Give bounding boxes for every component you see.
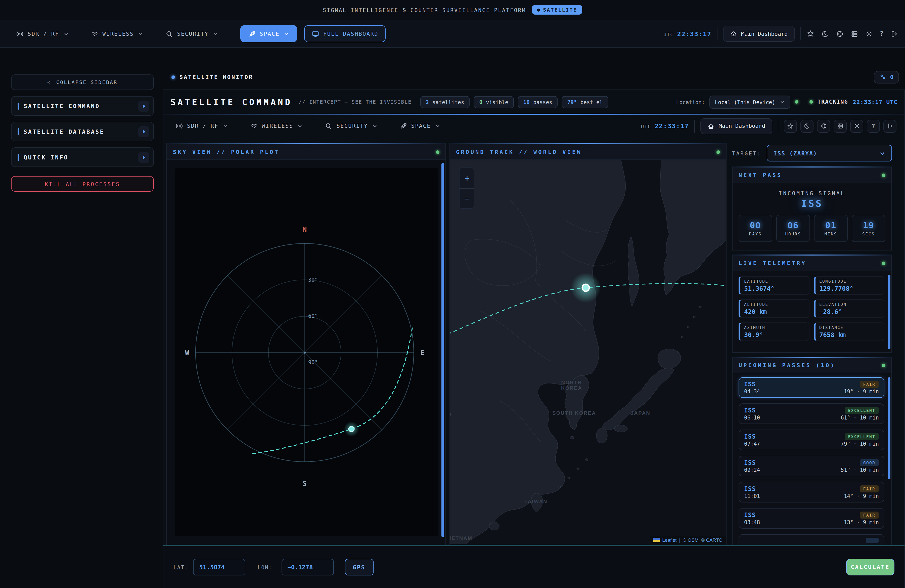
gps-button[interactable]: GPS	[345, 559, 373, 575]
utc-clock: UTC 22:33:17	[664, 30, 711, 38]
divider	[800, 27, 801, 40]
expand-button[interactable]	[138, 126, 149, 137]
pass-trajectory	[252, 328, 412, 454]
scrollbar-thumb[interactable]	[888, 275, 891, 349]
sidebar-item-satellite-command[interactable]: SATELLITE COMMAND	[11, 96, 154, 116]
subnav-item-space[interactable]: SPACE	[400, 122, 440, 130]
nav-item-space[interactable]: SPACE	[240, 25, 297, 42]
nav-item-wireless[interactable]: WIRELESS	[91, 30, 143, 38]
observer-bar: LAT: LON: GPS CALCULATE	[164, 545, 905, 588]
pass-item[interactable]: ISSFAIR 11:0114° · 9 min	[738, 482, 884, 502]
server-icon[interactable]	[834, 119, 847, 132]
triangle-right-icon	[143, 104, 145, 108]
collapse-sidebar-button[interactable]: < COLLAPSE SIDEBAR	[11, 75, 154, 90]
gear-icon[interactable]	[850, 119, 863, 132]
scrollbar-thumb[interactable]	[441, 163, 444, 537]
map-label-vietnam: VIETNAM	[450, 536, 472, 541]
monitor-row: SATELLITE MONITOR 0	[163, 64, 905, 89]
help-icon[interactable]: ?	[880, 30, 883, 37]
calculate-button[interactable]: CALCULATE	[846, 559, 894, 575]
server-icon[interactable]	[851, 30, 858, 38]
ukraine-flag-icon	[653, 538, 660, 542]
command-header: SATELLITE COMMAND // INTERCEPT – SEE THE…	[164, 90, 905, 114]
elevation-60: 60°	[308, 313, 318, 319]
lon-input[interactable]	[281, 559, 333, 575]
main-dashboard-button[interactable]: Main Dashboard	[701, 118, 772, 134]
divider	[778, 119, 778, 132]
expand-button[interactable]	[138, 152, 149, 163]
sidebar: < COLLAPSE SIDEBAR SATELLITE COMMAND SAT…	[0, 48, 163, 588]
nav-item-sdr-rf[interactable]: SDR / RF	[16, 30, 68, 38]
pass-item[interactable]: ISSEXCELLENT 06:1061° · 10 min	[738, 404, 884, 424]
full-dashboard-button[interactable]: FULL DASHBOARD	[304, 25, 386, 42]
gear-icon[interactable]	[865, 30, 873, 38]
logout-icon[interactable]	[883, 119, 897, 132]
visible-count-badge: 0visible	[474, 96, 514, 108]
sky-view-panel: SKY VIEW // POLAR PLOT	[167, 143, 446, 545]
nav-icon-row: ?	[807, 30, 898, 38]
globe-icon[interactable]	[836, 30, 844, 38]
zoom-out-button[interactable]: −	[460, 188, 474, 208]
ground-track-header: GROUND TRACK // WORLD VIEW	[450, 145, 726, 160]
pass-item[interactable]: ISSGOOD 09:2451° · 10 min	[738, 456, 884, 476]
countdown-days: 00DAYS	[738, 215, 772, 242]
star-icon[interactable]	[807, 30, 814, 38]
star-icon[interactable]	[784, 119, 797, 132]
pass-item[interactable]: ISSFAIR 03:4813° · 9 min	[738, 508, 884, 529]
expand-button[interactable]	[138, 100, 149, 111]
quality-badge: EXCELLENT	[845, 433, 879, 440]
chevron-down-icon	[372, 123, 378, 129]
telemetry-latitude: LATITUDE51.3674°	[738, 276, 809, 295]
countdown-mins: 01MINS	[814, 215, 848, 242]
top-bar: SIGNAL INTELLIGENCE & COUNTER SURVEILLAN…	[0, 0, 905, 20]
globe-icon[interactable]	[817, 119, 830, 132]
zoom-in-button[interactable]: +	[460, 168, 474, 188]
satellite-command-panel: SATELLITE COMMAND // INTERCEPT – SEE THE…	[163, 89, 905, 588]
chevron-down-icon	[780, 99, 785, 104]
pass-item[interactable]: ISSFAIR 04:3419° · 9 min	[738, 377, 884, 398]
subnav-icon-row: ?	[784, 119, 897, 132]
lat-input[interactable]	[193, 559, 246, 575]
subnav-item-wireless[interactable]: WIRELESS	[250, 122, 303, 130]
osm-link[interactable]: © OSM	[683, 537, 699, 543]
home-icon	[730, 30, 737, 37]
pass-item-clipped[interactable]	[738, 534, 884, 545]
search-icon	[325, 122, 332, 130]
location-select[interactable]: Local (This Device)	[710, 95, 791, 108]
quality-badge	[866, 538, 879, 543]
rocket-icon	[248, 30, 256, 38]
logout-icon[interactable]	[891, 30, 898, 38]
next-pass-panel: NEXT PASS INCOMING SIGNAL ISS 00DAYS 06H…	[732, 167, 892, 251]
kill-all-processes-button[interactable]: KILL ALL PROCESSES	[11, 176, 154, 192]
sidebar-item-quick-info[interactable]: QUICK INFO	[11, 147, 154, 167]
main-dashboard-button[interactable]: Main Dashboard	[723, 25, 795, 42]
nav-item-security[interactable]: SECURITY	[165, 30, 218, 38]
passes-count-badge: 10passes	[518, 96, 558, 108]
satellite-marker	[582, 284, 589, 291]
leaflet-link[interactable]: Leaflet	[662, 537, 676, 543]
telemetry-altitude: ALTITUDE420 km	[738, 299, 809, 318]
elevation-90: 90°	[308, 359, 318, 366]
satellite-link-badge[interactable]: 0	[874, 71, 899, 83]
map-label-north-korea: NORTH KOREA	[561, 380, 582, 391]
pass-item[interactable]: ISSEXCELLENT 07:4779° · 10 min	[738, 429, 884, 450]
platform-title: SIGNAL INTELLIGENCE & COUNTER SURVEILLAN…	[323, 7, 526, 13]
chevron-down-icon	[63, 31, 68, 37]
accent-bar	[17, 128, 19, 135]
status-dot	[882, 364, 885, 367]
subnav-item-security[interactable]: SECURITY	[325, 122, 377, 130]
help-icon[interactable]: ?	[867, 119, 880, 132]
moon-icon[interactable]	[822, 30, 829, 38]
telemetry-header: LIVE TELEMETRY	[732, 256, 891, 271]
scrollbar-thumb[interactable]	[888, 377, 891, 479]
sidebar-item-satellite-database[interactable]: SATELLITE DATABASE	[11, 122, 154, 141]
compass-west: W	[185, 349, 189, 357]
world-map[interactable]: NORTH KOREA SOUTH KOREA JAPAN TAIWAN VIE…	[450, 160, 726, 544]
moon-icon[interactable]	[800, 119, 813, 132]
main-nav: SDR / RF WIRELESS SECURITY SPACE FULL DA…	[0, 20, 905, 48]
subnav-item-sdr-rf[interactable]: SDR / RF	[175, 122, 228, 130]
target-select[interactable]: ISS (ZARYA)	[767, 145, 892, 162]
page-title: SATELLITE COMMAND	[170, 97, 292, 107]
carto-link[interactable]: © CARTO	[701, 537, 722, 543]
map-attribution: Leaflet | © OSM © CARTO	[649, 536, 726, 544]
